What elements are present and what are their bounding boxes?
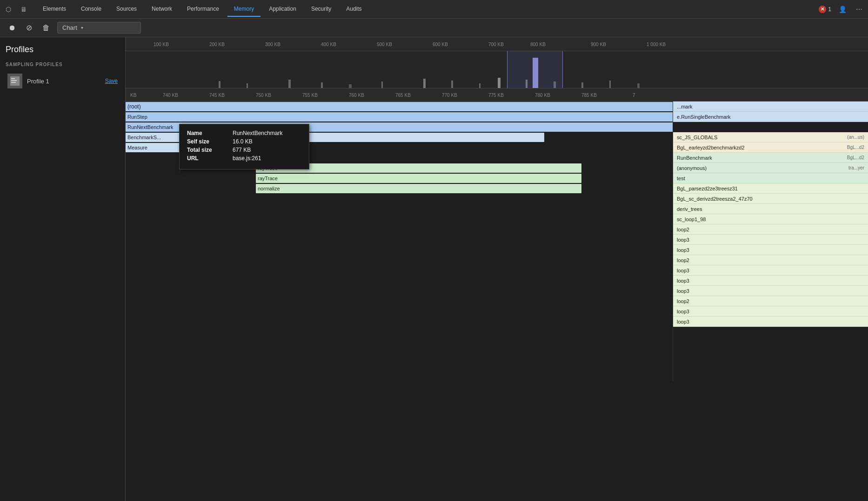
- right-row-bgl-parse[interactable]: BgL_parsezd2ze3treesz31: [673, 183, 868, 194]
- right-row-js-globals[interactable]: sc_JS_GLOBALS (an...us): [673, 132, 868, 142]
- tab-application[interactable]: Application: [262, 2, 303, 17]
- clear-button[interactable]: 🗑: [40, 22, 53, 34]
- record-button[interactable]: ⏺: [6, 22, 19, 34]
- right-row-mark[interactable]: ...mark: [673, 102, 868, 112]
- stop-button[interactable]: ⊘: [23, 21, 35, 34]
- profile-item[interactable]: Profile 1 Save: [6, 71, 120, 91]
- tl-400kb: 400 KB: [321, 41, 336, 47]
- profile-save-link[interactable]: Save: [105, 78, 118, 84]
- sidebar: Profiles SAMPLING PROFILES Profile 1 Sav…: [0, 37, 126, 501]
- right-row-loop3-6[interactable]: loop3: [673, 306, 868, 317]
- cursor-icon[interactable]: ⬡: [4, 4, 13, 15]
- tab-network[interactable]: Network: [145, 2, 179, 17]
- right-row-sc-loop1[interactable]: sc_loop1_98: [673, 214, 868, 224]
- svg-rect-1: [11, 78, 15, 79]
- right-label-loop2-2: loop2: [677, 257, 689, 263]
- tl-1000kb: 1 000 KB: [647, 41, 666, 47]
- tooltip-row-totalsize: Total size 677 KB: [187, 147, 301, 153]
- tab-elements[interactable]: Elements: [36, 2, 73, 17]
- chart-dropdown-label: Chart: [62, 24, 77, 31]
- right-label-loop2-3: loop2: [677, 298, 689, 304]
- tooltip-totalsize-label: Total size: [187, 147, 229, 153]
- right-row-loop3-5[interactable]: loop3: [673, 286, 868, 296]
- tl-900kb: 900 KB: [591, 41, 606, 47]
- tab-security[interactable]: Security: [305, 2, 338, 17]
- timeline-bar: 100 KB 200 KB 300 KB 400 KB 500 KB 600 K…: [126, 37, 868, 51]
- sidebar-title: Profiles: [6, 45, 120, 54]
- svg-rect-3: [11, 82, 16, 83]
- tooltip-selfsize-value: 16.0 KB: [233, 138, 253, 145]
- right-row-bgl-earley[interactable]: BgL_earleyzd2benchmarkzd2 BgL...d2: [673, 142, 868, 153]
- tab-console[interactable]: Console: [74, 2, 108, 17]
- right-label-js-globals: sc_JS_GLOBALS: [677, 135, 717, 140]
- right-row-loop2-1[interactable]: loop2: [673, 224, 868, 235]
- right-label-loop3-5: loop3: [677, 288, 689, 294]
- tooltip-selfsize-label: Self size: [187, 138, 229, 145]
- svg-rect-2: [11, 80, 17, 81]
- right-label-loop3-7: loop3: [677, 319, 689, 325]
- tooltip-totalsize-value: 677 KB: [233, 147, 251, 153]
- more-icon[interactable]: ⋯: [854, 4, 864, 15]
- right-right-anonymous: tra...yer: [848, 165, 864, 170]
- flame-block-normalize[interactable]: normalize: [256, 184, 581, 193]
- flame-chart[interactable]: (root) RunStep RunNextBenchmark Benchmar…: [126, 102, 868, 501]
- right-row-loop3-4[interactable]: loop3: [673, 276, 868, 286]
- zoomed-timeline: KB 740 KB 745 KB 750 KB 755 KB 760 KB 76…: [126, 88, 868, 102]
- flame-block-raytrace2[interactable]: rayTrace: [256, 174, 581, 183]
- right-row-loop3-3[interactable]: loop3: [673, 265, 868, 276]
- right-label-loop3-3: loop3: [677, 268, 689, 273]
- user-icon[interactable]: 👤: [837, 4, 848, 15]
- profile-name: Profile 1: [27, 78, 100, 85]
- right-row-empty1: [673, 122, 868, 132]
- right-row-loop3-7[interactable]: loop3: [673, 317, 868, 327]
- tab-performance[interactable]: Performance: [180, 2, 226, 17]
- timeline-labels: 100 KB 200 KB 300 KB 400 KB 500 KB 600 K…: [126, 37, 868, 51]
- tab-memory[interactable]: Memory: [227, 2, 260, 17]
- right-row-runsinglebenchmark[interactable]: e.RunSingleBenchmark: [673, 112, 868, 122]
- right-right-runbenchmark: BgL...d2: [847, 155, 864, 160]
- tl-500kb: 500 KB: [377, 41, 392, 47]
- right-label-bgl-deriv: BgL_sc_derivzd2treesza2_47z70: [677, 196, 753, 202]
- tl-800kb: 800 KB: [530, 41, 546, 47]
- ztl-750: 750 KB: [256, 92, 271, 97]
- tooltip-name-value: RunNextBenchmark: [233, 130, 282, 136]
- right-label-loop3-2: loop3: [677, 247, 689, 253]
- tl-200kb: 200 KB: [209, 41, 225, 47]
- ztl-775: 775 KB: [488, 92, 504, 97]
- minimap-selector[interactable]: [507, 51, 563, 88]
- ztl-end: 7: [633, 92, 635, 97]
- right-row-loop3-2[interactable]: loop3: [673, 245, 868, 255]
- right-row-runbenchmark[interactable]: RunBenchmark BgL...d2: [673, 153, 868, 163]
- minimap[interactable]: [126, 51, 868, 88]
- tab-audits[interactable]: Audits: [340, 2, 368, 17]
- right-row-loop3-1[interactable]: loop3: [673, 235, 868, 245]
- tooltip: Name RunNextBenchmark Self size 16.0 KB …: [179, 124, 309, 169]
- right-row-loop2-2[interactable]: loop2: [673, 255, 868, 265]
- ztl-745: 745 KB: [209, 92, 225, 97]
- tooltip-row-selfsize: Self size 16.0 KB: [187, 138, 301, 145]
- right-row-anonymous[interactable]: (anonymous) tra...yer: [673, 163, 868, 173]
- error-count: 1: [828, 6, 831, 13]
- right-row-bgl-deriv[interactable]: BgL_sc_derivzd2treesza2_47z70: [673, 194, 868, 204]
- content-area: 100 KB 200 KB 300 KB 400 KB 500 KB 600 K…: [126, 37, 868, 501]
- main-layout: Profiles SAMPLING PROFILES Profile 1 Sav…: [0, 37, 868, 501]
- ztl-755: 755 KB: [302, 92, 318, 97]
- right-row-deriv-trees[interactable]: deriv_trees: [673, 204, 868, 214]
- tooltip-row-name: Name RunNextBenchmark: [187, 130, 301, 136]
- right-label-bgl-parse: BgL_parsezd2ze3treesz31: [677, 186, 738, 191]
- tab-sources[interactable]: Sources: [110, 2, 143, 17]
- right-row-test[interactable]: test: [673, 173, 868, 183]
- right-label-deriv-trees: deriv_trees: [677, 206, 702, 212]
- tooltip-name-label: Name: [187, 130, 229, 136]
- ztl-765: 765 KB: [395, 92, 411, 97]
- tl-700kb: 700 KB: [488, 41, 504, 47]
- right-label-loop3-1: loop3: [677, 237, 689, 243]
- right-label-anonymous: (anonymous): [677, 165, 707, 171]
- device-icon[interactable]: 🖥: [19, 4, 29, 15]
- right-label-bgl-earley: BgL_earleyzd2benchmarkzd2: [677, 145, 745, 150]
- chart-dropdown[interactable]: Chart ▾: [57, 22, 141, 34]
- nav-tool-icons: ⬡ 🖥: [4, 4, 29, 15]
- right-label-loop3-4: loop3: [677, 278, 689, 284]
- ztl-760: 760 KB: [349, 92, 364, 97]
- right-row-loop2-3[interactable]: loop2: [673, 296, 868, 306]
